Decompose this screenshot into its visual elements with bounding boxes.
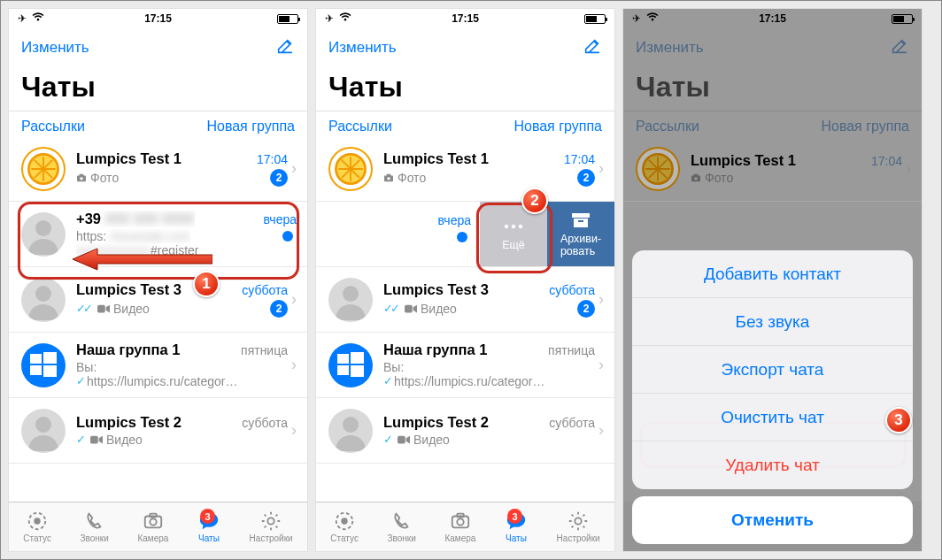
chat-preview: Фото — [76, 171, 119, 185]
chat-preview: Вы: — [76, 360, 97, 374]
compose-button[interactable] — [583, 36, 602, 59]
tab-label: Настройки — [250, 533, 293, 543]
svg-rect-20 — [150, 514, 156, 518]
sheet-delete[interactable]: Удалить чат — [632, 441, 913, 489]
avatar — [328, 409, 373, 453]
chat-time: суббота — [242, 283, 288, 297]
tab-badge: 3 — [507, 509, 522, 524]
tab-settings[interactable]: Настройки — [557, 510, 600, 543]
callout-number-2: 2 — [521, 188, 548, 214]
chat-row[interactable]: Lumpics Test 2суббота ✓Видео › — [316, 398, 614, 464]
sheet-mute[interactable]: Без звука — [632, 298, 913, 346]
svg-rect-44 — [398, 436, 405, 444]
chat-row[interactable]: Наша группа 1пятница Вы: ✓https://lumpic… — [316, 333, 614, 398]
chevron-icon: › — [291, 356, 297, 374]
newgroup-link[interactable]: Новая группа — [513, 119, 602, 134]
swipe-more-label: Ещё — [502, 239, 525, 251]
svg-point-43 — [343, 417, 359, 433]
svg-rect-10 — [97, 305, 105, 313]
broadcasts-link[interactable]: Рассылки — [21, 119, 85, 134]
avatar — [21, 343, 66, 387]
video-icon — [90, 434, 103, 445]
chat-list: Lumpics Test 117:04 Фото2 › 6…вчера itip… — [316, 136, 614, 502]
tab-label: Статус — [330, 533, 359, 543]
chat-title: Lumpics Test 2 — [383, 414, 489, 431]
unread-dot — [282, 231, 293, 242]
unread-badge: 2 — [270, 300, 288, 318]
chevron-icon: › — [291, 421, 297, 440]
chat-row[interactable]: Lumpics Test 117:04 Фото2 › — [316, 136, 614, 202]
nav-bar: Изменить — [9, 28, 307, 67]
svg-point-46 — [341, 518, 347, 524]
tab-label: Камера — [444, 533, 475, 543]
chat-title: Lumpics Test 3 — [383, 281, 489, 298]
tab-chats[interactable]: 3Чаты — [505, 510, 528, 543]
chat-row[interactable]: Lumpics Test 3суббота ✓✓Видео2 › — [9, 267, 307, 333]
svg-point-30 — [387, 177, 390, 180]
tab-calls[interactable]: Звонки — [81, 510, 109, 543]
sheet-clear[interactable]: Очистить чат — [632, 394, 913, 441]
tab-status[interactable]: Статус — [330, 510, 359, 543]
chat-time: пятница — [548, 343, 595, 357]
tab-calls[interactable]: Звонки — [388, 510, 416, 543]
phone-screen-3: ✈ 17:15 Изменить Чаты Рассылки Новая гру… — [622, 8, 923, 552]
chat-title: Lumpics Test 2 — [76, 414, 181, 431]
swipe-arrow-icon — [71, 248, 212, 271]
chat-preview: Вы: — [383, 360, 404, 374]
tab-settings[interactable]: Настройки — [250, 510, 293, 543]
chat-time: суббота — [549, 416, 595, 430]
svg-point-50 — [575, 518, 581, 524]
tab-status[interactable]: Статус — [23, 510, 51, 543]
chat-row[interactable]: Lumpics Test 3суббота ✓✓Видео2 › — [316, 267, 614, 333]
archive-icon — [570, 211, 591, 229]
chat-title: Lumpics Test 3 — [76, 281, 181, 298]
compose-button[interactable] — [275, 36, 295, 59]
svg-rect-12 — [43, 352, 57, 364]
status-bar: ✈ 17:15 — [316, 9, 614, 28]
tab-badge: 3 — [200, 509, 215, 524]
tab-label: Звонки — [81, 533, 109, 543]
phone-screen-1: ✈ 17:15 Изменить Чаты Рассылки Новая гру… — [8, 8, 308, 552]
chat-row[interactable]: Lumpics Test 117:04 Фото2 › — [9, 136, 307, 202]
chat-preview: ✓✓Видео — [76, 302, 150, 316]
edit-button[interactable]: Изменить — [328, 39, 397, 57]
sheet-export[interactable]: Экспорт чата — [632, 346, 913, 394]
svg-rect-39 — [337, 354, 349, 364]
svg-rect-35 — [574, 219, 588, 227]
tab-camera[interactable]: Камера — [444, 510, 475, 543]
avatar — [21, 147, 66, 191]
svg-point-33 — [519, 224, 522, 227]
avatar — [21, 212, 66, 257]
edit-button[interactable]: Изменить — [21, 39, 89, 57]
avatar — [328, 147, 373, 191]
chevron-icon: › — [598, 290, 604, 309]
sheet-add-contact[interactable]: Добавить контакт — [632, 250, 913, 298]
sheet-cancel[interactable]: Отменить — [632, 496, 913, 544]
broadcasts-link[interactable]: Рассылки — [328, 119, 392, 134]
tab-chats[interactable]: 3Чаты — [197, 510, 220, 543]
chat-row[interactable]: Наша группа 1пятница Вы: ✓https://lumpic… — [9, 333, 307, 398]
video-icon — [405, 303, 417, 314]
newgroup-link[interactable]: Новая группа — [206, 119, 295, 134]
avatar — [328, 343, 373, 387]
chat-list: Lumpics Test 117:04 Фото2 › +39 000 000 … — [9, 136, 307, 502]
svg-rect-40 — [351, 352, 364, 364]
swipe-actions: Ещё Архиви-ровать — [480, 202, 614, 266]
unread-badge: 2 — [577, 300, 595, 318]
callout-number-1: 1 — [193, 271, 220, 297]
svg-point-7 — [80, 177, 82, 180]
tab-camera[interactable]: Камера — [137, 510, 168, 543]
chevron-icon: › — [291, 159, 297, 178]
svg-rect-13 — [30, 365, 42, 375]
tab-label: Чаты — [506, 533, 527, 543]
chat-time: вчера — [438, 213, 471, 227]
chat-row[interactable]: Lumpics Test 2суббота ✓Видео › — [9, 398, 307, 464]
camera-icon — [76, 173, 87, 182]
swiped-chat-row: 6…вчера itips.com/? aB27#register Ещё Ар… — [316, 202, 614, 267]
chevron-icon: › — [598, 421, 604, 440]
svg-point-21 — [150, 518, 156, 525]
action-sheet: Добавить контакт Без звука Экспорт чата … — [632, 250, 913, 544]
tutorial-frame: ✈ 17:15 Изменить Чаты Рассылки Новая гру… — [0, 0, 942, 560]
swipe-archive-button[interactable]: Архиви-ровать — [547, 202, 614, 266]
chat-title: Наша группа 1 — [76, 341, 180, 358]
